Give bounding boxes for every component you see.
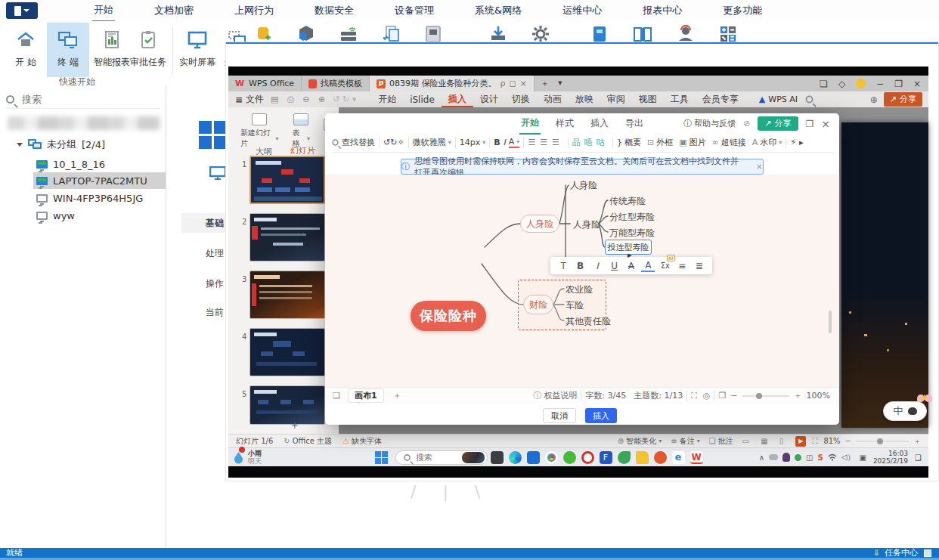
- menu-item-report-center[interactable]: 报表中心: [641, 0, 683, 21]
- align-icons[interactable]: ☰☰☰: [528, 138, 564, 147]
- wechat-icon[interactable]: [563, 451, 576, 464]
- database-icon[interactable]: [254, 24, 274, 44]
- layers-icon[interactable]: ❏: [333, 391, 340, 401]
- app-logo-button[interactable]: [6, 2, 38, 19]
- download-icon[interactable]: [488, 24, 508, 44]
- network-port-icon[interactable]: [423, 24, 443, 44]
- red-app-icon[interactable]: [654, 451, 667, 464]
- font-family-select[interactable]: 微软雅黑▾: [413, 137, 451, 148]
- layout-icon[interactable]: ❏: [820, 79, 828, 89]
- taskbar-search[interactable]: 搜索: [395, 450, 488, 465]
- zoom-in-button[interactable]: ＋: [913, 436, 921, 447]
- summary-button[interactable]: }概要: [617, 137, 641, 148]
- open-book-icon[interactable]: [632, 24, 653, 44]
- font-color-button[interactable]: A▾: [509, 137, 520, 148]
- ribbon-home-button[interactable]: 开 始: [5, 23, 47, 77]
- zoom-in-button[interactable]: ＋: [794, 390, 802, 401]
- task-center-button[interactable]: 任务中心: [885, 547, 918, 558]
- tab-list-caret[interactable]: ▾: [555, 76, 566, 91]
- menu-item-sys-network[interactable]: 系统&网络: [473, 0, 523, 21]
- add-slide-button[interactable]: ＋: [289, 418, 300, 432]
- insert-button[interactable]: 插入: [585, 408, 617, 423]
- italic-button[interactable]: I: [504, 138, 506, 147]
- underline-button[interactable]: U: [608, 261, 621, 271]
- assistant-mascot[interactable]: 中 ★: [883, 401, 927, 421]
- ribbon-terminal-button[interactable]: 终 端: [47, 23, 89, 77]
- minimize-button[interactable]: −: [876, 79, 884, 89]
- wps-menu-animation[interactable]: 动画: [537, 93, 569, 106]
- hyperlink-button[interactable]: ∞超链接: [712, 137, 746, 148]
- mindmap-node[interactable]: 农业险: [566, 283, 593, 296]
- menu-item-data-security[interactable]: 数据安全: [313, 0, 355, 21]
- quick-access-icons[interactable]: ▤ ⎙ ⊖ ⊕: [271, 94, 328, 104]
- font-size-select[interactable]: 14px▾: [460, 138, 486, 147]
- undo-redo-icons[interactable]: ↺ ↻ ▾: [333, 94, 356, 104]
- calculator-icon[interactable]: [718, 24, 738, 44]
- audio-device-icon[interactable]: ◫: [806, 453, 813, 462]
- watermark-button[interactable]: A水印▾: [752, 137, 782, 148]
- collab-user-icon[interactable]: ρ: [500, 79, 506, 88]
- zoom-level[interactable]: 81%: [823, 437, 840, 445]
- rights-info[interactable]: ⓘ权益说明: [533, 390, 577, 401]
- file-menu[interactable]: ≡文件: [228, 93, 271, 106]
- dialog-tab-export[interactable]: 导出: [624, 113, 645, 134]
- zoom-out-button[interactable]: −: [730, 391, 737, 401]
- menu-item-device-mgmt[interactable]: 设备管理: [393, 0, 435, 21]
- doc-transfer-icon[interactable]: [381, 24, 401, 44]
- add-icon[interactable]: ⊕: [870, 94, 878, 105]
- chevron-down-icon[interactable]: [17, 143, 23, 147]
- wps-share-button[interactable]: ↗分享: [884, 92, 922, 107]
- strikethrough-button[interactable]: A: [624, 261, 638, 271]
- bold-button[interactable]: B: [494, 138, 500, 147]
- avatar[interactable]: [856, 79, 866, 88]
- slide-thumbnail-3[interactable]: [249, 271, 325, 319]
- search-input[interactable]: [20, 93, 134, 106]
- fullscreen-icon[interactable]: ⛶: [812, 437, 817, 446]
- font-color-button[interactable]: A: [641, 260, 655, 272]
- mindmap-node[interactable]: 其他责任险: [566, 315, 611, 328]
- wifi-icon[interactable]: [828, 453, 837, 461]
- mute-icon[interactable]: ⊘: [743, 119, 750, 128]
- mindmap-node[interactable]: 传统寿险: [609, 195, 646, 208]
- wps-doc-tab-1[interactable]: 找稿类模板: [302, 76, 370, 91]
- support-agent-icon[interactable]: [676, 24, 696, 44]
- slide-thumbnail-1[interactable]: [249, 156, 325, 204]
- ribbon-approval-button[interactable]: 审批任务: [126, 23, 171, 77]
- clock[interactable]: 16:03 2025/2/19: [873, 450, 908, 465]
- dialog-share-button[interactable]: ↗分享: [758, 116, 798, 131]
- notes-button[interactable]: ≡备注▾: [671, 436, 699, 447]
- redo-button[interactable]: ↻: [390, 138, 397, 147]
- ie-icon[interactable]: e: [672, 451, 685, 464]
- bullet-list-button[interactable]: ≡: [675, 261, 689, 271]
- smart-beautify-button[interactable]: ⊕智能美化▾: [618, 436, 662, 447]
- device-row[interactable]: wyw: [36, 207, 75, 224]
- wps-menu-view[interactable]: 视图: [632, 93, 664, 106]
- bold-button[interactable]: B: [574, 261, 587, 271]
- wps-search-icon[interactable]: [806, 96, 813, 104]
- cancel-button[interactable]: 取消: [543, 408, 576, 423]
- store-icon[interactable]: [527, 451, 540, 464]
- wps-menu-slideshow[interactable]: 放映: [569, 93, 600, 106]
- menu-item-ops-center[interactable]: 运维中心: [561, 0, 603, 21]
- numbered-list-button[interactable]: ≣: [693, 261, 706, 271]
- mindmap-node[interactable]: 人身险: [573, 218, 600, 231]
- office-theme[interactable]: ↻Office 主题: [284, 436, 332, 447]
- zoom-slider[interactable]: [742, 395, 789, 397]
- missing-font-warning[interactable]: ⚠缺失字体: [342, 436, 382, 447]
- canvas-scrollbar[interactable]: [829, 311, 832, 333]
- minimap-icon[interactable]: ❐: [718, 391, 726, 401]
- taskview-icon[interactable]: [491, 451, 504, 464]
- sogou-tray-icon[interactable]: S: [818, 453, 823, 462]
- fit-view-icon[interactable]: ⛶: [691, 391, 697, 401]
- text-style-button[interactable]: T: [556, 261, 570, 271]
- device-row[interactable]: 10_1_8_16: [36, 156, 105, 172]
- weather-widget[interactable]: 小雨 明天: [233, 450, 262, 465]
- edge-icon[interactable]: [509, 451, 522, 464]
- toolbar-overflow-icon[interactable]: ▸: [799, 138, 804, 147]
- mindmap-node[interactable]: 分红型寿险: [609, 211, 655, 224]
- slide-thumbnail-5[interactable]: [249, 385, 325, 425]
- frame-button[interactable]: ⊡外框: [647, 137, 673, 148]
- file-explorer-icon[interactable]: [636, 451, 649, 464]
- canvas-tab[interactable]: 画布1: [348, 388, 384, 403]
- server-wifi-icon[interactable]: [339, 24, 358, 44]
